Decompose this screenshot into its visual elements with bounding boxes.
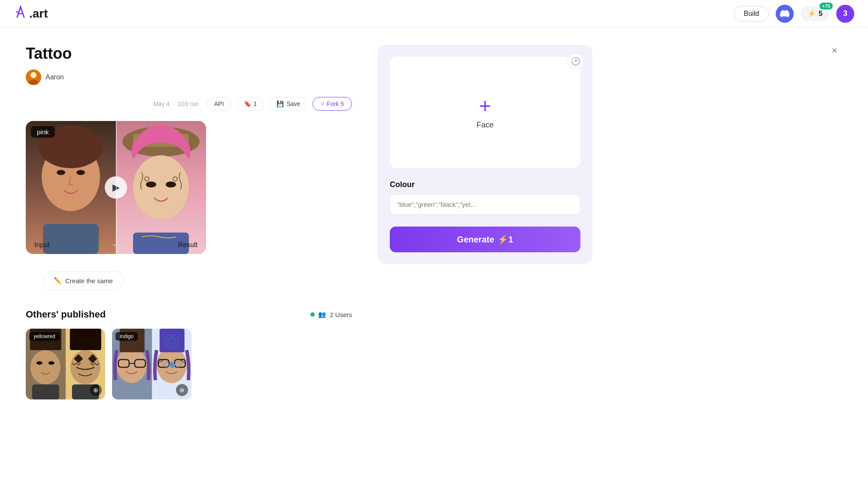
points-badge: +75 — [819, 3, 833, 9]
demo-bottom-labels: Input → Result — [26, 241, 206, 249]
fork-button[interactable]: ⑂ Fork 5 — [313, 97, 352, 111]
author-name: Aaron — [46, 73, 64, 81]
meta-info: May 4 · 103 run — [153, 100, 198, 107]
api-button[interactable]: API — [207, 97, 231, 111]
svg-point-23 — [49, 361, 55, 365]
generate-cost: ⚡1 — [498, 234, 513, 245]
create-same-icon: ✏️ — [54, 277, 62, 284]
logo[interactable]: .art — [14, 5, 48, 22]
svg-point-36 — [156, 347, 186, 383]
others-title: Others' published — [26, 309, 106, 320]
save-icon: 💾 — [276, 100, 284, 107]
svg-point-8 — [76, 170, 85, 175]
users-icon: 👥 — [318, 311, 326, 318]
points-value: 5 — [819, 10, 822, 18]
meta-bar: May 4 · 103 run API 🔖 1 💾 Save ⑂ Fork 5 — [26, 97, 352, 111]
others-header: Others' published 👥 2 Users — [26, 309, 352, 320]
svg-rect-9 — [43, 224, 99, 254]
create-same-button[interactable]: ✏️ Create the same — [43, 271, 124, 290]
svg-point-16 — [146, 181, 156, 187]
face-upload-area[interactable]: + Face — [390, 57, 580, 168]
build-button[interactable]: Build — [734, 6, 769, 21]
right-panel: 🕐 + Face Colour Generate ⚡1 — [378, 45, 592, 399]
header-right: Build +75 ⚡ 5 3 — [734, 5, 854, 23]
fork-icon: ⑂ — [321, 100, 324, 107]
face-plus-icon: + — [479, 96, 491, 116]
author-avatar — [26, 70, 41, 85]
discord-button[interactable] — [776, 5, 794, 23]
face-label: Face — [476, 121, 494, 130]
like-button[interactable]: 🔖 1 — [237, 97, 264, 111]
svg-rect-27 — [70, 329, 101, 350]
svg-point-13 — [133, 155, 189, 220]
svg-point-22 — [36, 361, 42, 365]
gallery-item[interactable]: yellowred ⊕ — [26, 329, 105, 399]
logo-icon — [14, 5, 27, 22]
svg-point-0 — [16, 11, 18, 13]
svg-point-7 — [57, 170, 65, 175]
generate-label: Generate — [457, 235, 495, 245]
lightning-icon: ⚡ — [807, 9, 816, 18]
gallery-item[interactable]: indigo ⊕ — [112, 329, 191, 399]
gallery-grid: yellowred ⊕ — [26, 329, 352, 399]
svg-point-17 — [166, 181, 176, 187]
users-count: 2 Users — [330, 311, 352, 318]
points-button[interactable]: +75 ⚡ 5 — [801, 6, 829, 21]
page-title: Tattoo — [26, 45, 352, 63]
demo-arrow-icon: → — [110, 241, 117, 249]
svg-point-21 — [30, 350, 61, 384]
svg-point-30 — [117, 347, 147, 383]
left-panel: Tattoo Aaron May 4 · 103 run API 🔖 1 — [26, 45, 352, 399]
svg-point-2 — [30, 72, 36, 78]
demo-input-side — [26, 121, 116, 254]
demo-image: pink ▶ Input → Result — [26, 121, 206, 254]
svg-point-26 — [70, 350, 100, 384]
users-badge: 👥 2 Users — [310, 311, 352, 318]
generate-button[interactable]: Generate ⚡1 — [390, 227, 580, 252]
history-button[interactable]: 🕐 — [568, 53, 584, 70]
demo-divider — [116, 121, 117, 254]
gallery-zoom-button[interactable]: ⊕ — [176, 384, 188, 396]
demo-input-label: Input — [34, 241, 50, 249]
save-button[interactable]: 💾 Save — [269, 97, 307, 111]
author-row: Aaron — [26, 70, 352, 85]
others-section: Others' published 👥 2 Users — [26, 309, 352, 399]
user-avatar[interactable]: 3 — [836, 5, 854, 23]
online-indicator — [310, 312, 315, 317]
main-container: Tattoo Aaron May 4 · 103 run API 🔖 1 — [0, 27, 868, 417]
header: .art Build +75 ⚡ 5 3 — [0, 0, 868, 27]
right-panel-inner: 🕐 + Face Colour Generate ⚡1 — [378, 45, 592, 264]
demo-result-side — [116, 121, 206, 254]
bookmark-icon: 🔖 — [244, 100, 251, 107]
svg-rect-24 — [32, 384, 59, 399]
demo-result-label: Result — [178, 241, 197, 249]
gallery-zoom-button[interactable]: ⊕ — [90, 384, 102, 396]
demo-tag-label: pink — [31, 126, 55, 138]
colour-label: Colour — [390, 180, 580, 189]
colour-input[interactable] — [390, 194, 580, 215]
gallery-tag-label: indigo — [115, 332, 138, 341]
svg-rect-37 — [159, 329, 184, 352]
logo-text: .art — [29, 7, 48, 21]
gallery-tag-label: yellowred — [29, 332, 60, 341]
colour-section: Colour — [390, 180, 580, 215]
